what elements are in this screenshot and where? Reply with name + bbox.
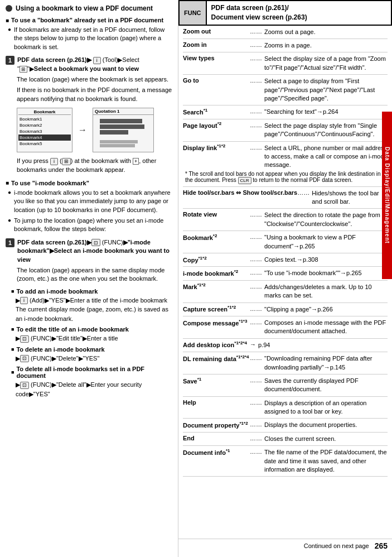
delete-bookmark-label: To delete an i-mode bookmark bbox=[16, 346, 104, 353]
demo-right-screen: Quotation 1 bbox=[93, 108, 154, 152]
func-row-dl-remaining: DL remaining data*1*2*4 …… "Downloading … bbox=[183, 352, 388, 374]
func-desc-zoom-out: Zooms out a page. bbox=[264, 28, 388, 36]
subsection1-bullet1: If bookmarks are already set in a PDF do… bbox=[6, 26, 172, 51]
func-desc-help: Displays a description of an operation a… bbox=[264, 399, 388, 416]
step1-note3: If you press i (⊞) at the bookmark with … bbox=[17, 157, 172, 174]
section-title: Using a bookmark to view a PDF document bbox=[16, 4, 153, 12]
display-link-note: * The scroll and tool bars do not appear… bbox=[183, 171, 388, 184]
func-desc-zoom-in: Zooms in a page. bbox=[264, 41, 388, 50]
left-column: Using a bookmark to view a PDF document … bbox=[0, 0, 178, 557]
demo-arrow: → bbox=[78, 108, 87, 152]
func-row-capture-screen: Capture screen*1*2 …… "Clipping a page"→… bbox=[183, 303, 388, 316]
func-name-bookmark: Bookmark*2 bbox=[183, 233, 250, 251]
right-header: FUNC PDF data screen (p.261)/ Document v… bbox=[178, 0, 392, 26]
demo-screens: Bookmark Bookmark1 Bookmark2 Bookmark3 B… bbox=[6, 108, 172, 152]
right-header-title: PDF data screen (p.261)/ Document view s… bbox=[207, 1, 391, 25]
subsection1-title: To use a "bookmark" already set in a PDF… bbox=[6, 17, 172, 23]
header-title-line2: Document view screen (p.263) bbox=[211, 13, 307, 21]
func-row-page-layout: Page layout*2 …… Select the page display… bbox=[183, 119, 388, 142]
func-name-rotate-view: Rotate view bbox=[183, 211, 250, 228]
delete-all-bookmark-steps: ▶⊡ (FUNC)▶"Delete all"▶Enter your securi… bbox=[16, 380, 172, 398]
func-row-end: End …… Closes the current screen. bbox=[183, 433, 388, 446]
func-row-help: Help …… Displays a description of an ope… bbox=[183, 397, 388, 419]
delete-bookmark-steps: ▶⊡ (FUNC)▶"Delete"▶"YES" bbox=[16, 354, 172, 363]
func-desc-save: Saves the currently displayed PDF docume… bbox=[264, 377, 388, 394]
step2-number: 1 bbox=[6, 238, 14, 247]
func-row-compose-message: Compose message*1*3 …… Composes an i-mod… bbox=[183, 316, 388, 339]
step1-number: 1 bbox=[6, 56, 14, 65]
func-desc-display-link: Select a URL, phone number or mail addre… bbox=[264, 144, 388, 170]
func-name-add-desktop: Add desktop icon*1*2*4 bbox=[183, 341, 250, 349]
func-row-hide-bars: Hide tool/scr.bars ⇔ Show tool/scr.bars … bbox=[183, 187, 388, 209]
func-row-mark: Mark*1*2 …… Adds/changes/deletes a mark.… bbox=[183, 281, 388, 303]
edit-bookmark-label: To edit the title of an i-mode bookmark bbox=[16, 326, 128, 333]
func-desc-search: "Searching for text"→p.264 bbox=[264, 108, 388, 116]
func-name-dl-remaining: DL remaining data*1*2*4 bbox=[183, 354, 250, 372]
add-bookmark-label: To add an i-mode bookmark bbox=[16, 288, 98, 295]
func-name-hide-bars: Hide tool/scr.bars ⇔ Show tool/scr.bars bbox=[183, 189, 297, 207]
func-desc-doc-property: Displays the document properties. bbox=[264, 421, 388, 429]
func-desc-hide-bars: Hides/shows the tool bar and scroll bar. bbox=[312, 189, 388, 207]
func-desc-view-types: Select the display size of a page from "… bbox=[264, 55, 388, 72]
func-name-display-link: Display link*1*2 bbox=[183, 144, 250, 170]
func-row-display-link: Display link*1*2 …… Select a URL, phone … bbox=[183, 142, 388, 187]
continued-text: Continued on next page bbox=[304, 542, 369, 549]
func-row-zoom-out: Zoom out …… Zooms out a page. bbox=[183, 26, 388, 39]
section-title-block: Using a bookmark to view a PDF document bbox=[6, 4, 172, 12]
sidebar-label: Data Display/Edit/Management bbox=[382, 112, 392, 279]
step2-note: The location (page) appears in the same … bbox=[17, 266, 172, 284]
func-row-go-to: Go to …… Select a page to display from "… bbox=[183, 75, 388, 105]
display-link-main: Display link*1*2 …… Select a URL, phone … bbox=[183, 144, 388, 170]
demo-right-title: Quotation 1 bbox=[93, 108, 153, 115]
delete-all-bookmark-title: To delete all i-mode bookmarks set in a … bbox=[11, 366, 172, 379]
func-name-imode-bookmark: i-mode bookmark*2 bbox=[183, 269, 250, 277]
func-name-zoom-in: Zoom in bbox=[183, 41, 250, 50]
func-name-go-to: Go to bbox=[183, 77, 250, 103]
add-bookmark-title: To add an i-mode bookmark bbox=[11, 288, 172, 295]
delete-bookmark-title: To delete an i-mode bookmark bbox=[11, 346, 172, 353]
step1-note1: The location (page) where the bookmark i… bbox=[17, 75, 172, 84]
edit-bookmark-steps: ▶⊡ (FUNC)▶"Edit title"▶Enter a title bbox=[16, 334, 172, 343]
subsection2-title: To use "i-mode bookmark" bbox=[6, 180, 172, 186]
func-row-rotate-view: Rotate view …… Select the direction to r… bbox=[183, 209, 388, 231]
step1-block: 1 PDF data screen (p.261)▶ i (Tool)▶Sele… bbox=[6, 56, 172, 103]
step2-block: 1 PDF data screen (p.261)▶⊡ (FUNC)▶"i-mo… bbox=[6, 238, 172, 284]
func-desc-mark: Adds/changes/deletes a mark. Up to 10 ma… bbox=[264, 283, 388, 300]
edit-bookmark-title: To edit the title of an i-mode bookmark bbox=[11, 326, 172, 333]
func-desc-rotate-view: Select the direction to rotate the page … bbox=[264, 211, 388, 228]
func-row-doc-property: Document property*1*2 …… Displays the do… bbox=[183, 419, 388, 432]
func-desc-copy: Copies text.→p.308 bbox=[264, 256, 388, 264]
demo-item-5: Bookmark5 bbox=[18, 141, 71, 147]
func-row-bookmark: Bookmark*2 …… "Using a bookmark to view … bbox=[183, 231, 388, 253]
func-row-doc-info: Document info*1 …… The file name of the … bbox=[183, 446, 388, 477]
func-desc-compose-message: Composes an i-mode message with the PDF … bbox=[264, 319, 388, 336]
func-name-capture-screen: Capture screen*1*2 bbox=[183, 305, 250, 314]
step1-icon-tool: i (Tool)▶ bbox=[91, 56, 123, 63]
func-row-zoom-in: Zoom in …… Zooms in a page. bbox=[183, 39, 388, 52]
functions-list: Zoom out …… Zooms out a page. Zoom in ……… bbox=[178, 26, 392, 477]
demo-left-screen: Bookmark Bookmark1 Bookmark2 Bookmark3 B… bbox=[17, 108, 72, 152]
page-footer: Continued on next page 265 bbox=[178, 539, 392, 553]
right-column: FUNC PDF data screen (p.261)/ Document v… bbox=[178, 0, 392, 557]
func-name-compose-message: Compose message*1*3 bbox=[183, 319, 250, 336]
func-row-save: Save*1 …… Saves the currently displayed … bbox=[183, 374, 388, 397]
func-row-view-types: View types …… Select the display size of… bbox=[183, 52, 388, 75]
page-number: 265 bbox=[375, 541, 388, 550]
func-desc-doc-info: The file name of the PDF data/document, … bbox=[264, 448, 388, 474]
func-name-search: Search*1 bbox=[183, 108, 250, 116]
func-name-doc-info: Document info*1 bbox=[183, 448, 250, 474]
demo-item-1: Bookmark1 bbox=[18, 116, 71, 122]
func-desc-dl-remaining: "Downloading remaining PDF data after do… bbox=[264, 354, 388, 372]
func-name-page-layout: Page layout*2 bbox=[183, 122, 250, 139]
demo-item-4-selected: Bookmark4 bbox=[18, 135, 71, 141]
func-badge: FUNC bbox=[180, 1, 207, 25]
step1-content: 1 PDF data screen (p.261)▶ i (Tool)▶Sele… bbox=[6, 56, 172, 73]
subsection2-bullet2: To jump to the location (page) where you… bbox=[6, 217, 172, 234]
header-title-line1: PDF data screen (p.261)/ bbox=[211, 4, 289, 12]
step1-text: PDF data screen (p.261)▶ i (Tool)▶Select… bbox=[17, 56, 172, 73]
demo-right-content bbox=[93, 115, 153, 152]
func-desc-imode-bookmark: "To use "i-mode bookmark""→p.265 bbox=[264, 269, 388, 277]
step1-note2: If there is no bookmark in the PDF docum… bbox=[17, 86, 172, 103]
func-row-add-desktop: Add desktop icon*1*2*4 → p.94 bbox=[183, 339, 388, 352]
demo-left-title: Bookmark bbox=[18, 109, 71, 115]
